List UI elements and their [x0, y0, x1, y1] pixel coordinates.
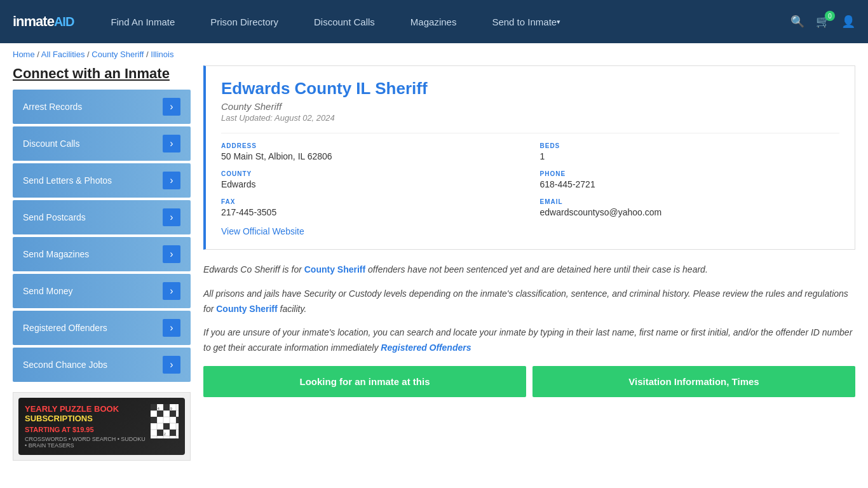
nav-links: Find An Inmate Prison Directory Discount…: [93, 0, 790, 43]
svg-rect-17: [157, 430, 163, 436]
content-area: Edwards County IL Sheriff County Sheriff…: [203, 65, 855, 461]
arrow-icon: ›: [163, 356, 180, 374]
phone-label: PHONE: [540, 170, 840, 177]
email-value: edwardscountyso@yahoo.com: [540, 207, 840, 217]
bottom-buttons: Looking for an inmate at this Visitation…: [203, 366, 855, 397]
logo-text: inmateAID: [13, 13, 74, 29]
beds-value: 1: [540, 151, 840, 161]
ad-yearly: YEARLY PUZZLE BOOK: [25, 404, 146, 414]
svg-rect-13: [170, 410, 176, 417]
arrow-icon: ›: [163, 245, 180, 263]
nav-discount-calls[interactable]: Discount Calls: [296, 0, 393, 43]
sidebar-discount-calls[interactable]: Discount Calls ›: [13, 126, 191, 161]
county-block: COUNTY Edwards: [221, 170, 521, 189]
crossword-grid-icon: 4 9 5 2: [151, 404, 179, 438]
ad-sub: CROSSWORDS • WORD SEARCH • SUDOKU • BRAI…: [25, 436, 146, 449]
nav-send-to-inmate[interactable]: Send to Inmate: [474, 0, 578, 43]
description-para1: Edwards Co Sheriff is for County Sheriff…: [203, 262, 855, 278]
sidebar-send-magazines[interactable]: Send Magazines ›: [13, 237, 191, 271]
arrow-icon: ›: [163, 319, 180, 337]
breadcrumb-county-sheriff[interactable]: County Sheriff: [92, 50, 144, 59]
breadcrumb-home[interactable]: Home: [13, 50, 35, 59]
ad-price: STARTING AT $19.95: [25, 426, 146, 433]
ad-puzzle-book: SUBSCRIPTIONS: [25, 414, 146, 423]
svg-text:9: 9: [170, 407, 172, 410]
facility-name: Edwards County IL Sheriff: [221, 79, 839, 98]
email-block: EMAIL edwardscountyso@yahoo.com: [540, 198, 840, 217]
arrow-icon: ›: [163, 282, 180, 300]
description-para2: All prisons and jails have Security or C…: [203, 287, 855, 317]
fax-label: FAX: [221, 198, 521, 205]
looking-for-inmate-button[interactable]: Looking for an inmate at this: [203, 366, 526, 397]
sidebar-ad[interactable]: YEARLY PUZZLE BOOK SUBSCRIPTIONS STARTIN…: [13, 392, 191, 461]
arrow-icon: ›: [163, 208, 180, 226]
sidebar-send-letters[interactable]: Send Letters & Photos ›: [13, 163, 191, 198]
phone-value: 618-445-2721: [540, 179, 840, 189]
county-label: COUNTY: [221, 170, 521, 177]
arrow-icon: ›: [163, 135, 180, 152]
svg-rect-18: [170, 430, 176, 436]
breadcrumb-all-facilities[interactable]: All Facilities: [41, 50, 85, 59]
beds-label: BEDS: [540, 142, 840, 149]
visitation-info-button[interactable]: Visitation Information, Times: [532, 366, 855, 397]
breadcrumb: Home / All Facilities / County Sheriff /…: [0, 43, 868, 65]
fax-block: FAX 217-445-3505: [221, 198, 521, 217]
svg-text:2: 2: [164, 432, 166, 436]
nav-magazines[interactable]: Magazines: [393, 0, 475, 43]
sidebar-arrest-records[interactable]: Arrest Records ›: [13, 90, 191, 124]
svg-rect-14: [151, 417, 157, 423]
address-value: 50 Main St, Albion, IL 62806: [221, 151, 521, 161]
view-website-link[interactable]: View Official Website: [221, 226, 839, 236]
svg-rect-10: [151, 404, 157, 410]
sidebar-second-chance-jobs[interactable]: Second Chance Jobs ›: [13, 348, 191, 382]
sidebar: Connect with an Inmate Arrest Records › …: [13, 65, 191, 461]
address-block: ADDRESS 50 Main St, Albion, IL 62806: [221, 142, 521, 161]
facility-details: ADDRESS 50 Main St, Albion, IL 62806 BED…: [221, 133, 839, 217]
svg-text:5: 5: [177, 419, 179, 423]
county-sheriff-link2[interactable]: County Sheriff: [216, 304, 277, 314]
description-para3: If you are unsure of your inmate's locat…: [203, 325, 855, 356]
address-label: ADDRESS: [221, 142, 521, 149]
cart-button[interactable]: 🛒 0: [816, 15, 830, 29]
breadcrumb-state[interactable]: Illinois: [151, 50, 173, 59]
cart-badge: 0: [825, 11, 835, 21]
phone-block: PHONE 618-445-2721: [540, 170, 840, 189]
main-container: Connect with an Inmate Arrest Records › …: [0, 65, 868, 473]
county-value: Edwards: [221, 179, 521, 189]
beds-block: BEDS 1: [540, 142, 840, 161]
nav-prison-directory[interactable]: Prison Directory: [193, 0, 296, 43]
nav-find-inmate[interactable]: Find An Inmate: [93, 0, 193, 43]
registered-offenders-link[interactable]: Registered Offenders: [381, 342, 471, 353]
nav-icons: 🔍 🛒 0 👤: [790, 15, 855, 29]
sidebar-send-postcards[interactable]: Send Postcards ›: [13, 200, 191, 234]
facility-updated: Last Updated: August 02, 2024: [221, 113, 839, 123]
county-sheriff-link1[interactable]: County Sheriff: [304, 264, 365, 274]
arrow-icon: ›: [163, 98, 180, 116]
arrow-icon: ›: [163, 172, 180, 189]
email-label: EMAIL: [540, 198, 840, 205]
fax-value: 217-445-3505: [221, 207, 521, 217]
facility-card: Edwards County IL Sheriff County Sheriff…: [203, 65, 855, 250]
sidebar-title: Connect with an Inmate: [13, 65, 191, 82]
navbar: inmateAID Find An Inmate Prison Director…: [0, 0, 868, 43]
logo[interactable]: inmateAID: [13, 13, 74, 30]
ad-puzzle-content: YEARLY PUZZLE BOOK SUBSCRIPTIONS STARTIN…: [18, 398, 185, 455]
svg-rect-12: [157, 410, 163, 417]
account-button[interactable]: 👤: [841, 15, 855, 29]
facility-type: County Sheriff: [221, 101, 839, 112]
svg-text:4: 4: [158, 407, 159, 410]
svg-rect-11: [163, 404, 170, 410]
facility-description: Edwards Co Sheriff is for County Sheriff…: [203, 262, 855, 356]
search-button[interactable]: 🔍: [790, 15, 804, 29]
svg-rect-16: [163, 423, 170, 430]
sidebar-registered-offenders[interactable]: Registered Offenders ›: [13, 311, 191, 345]
sidebar-send-money[interactable]: Send Money ›: [13, 274, 191, 308]
